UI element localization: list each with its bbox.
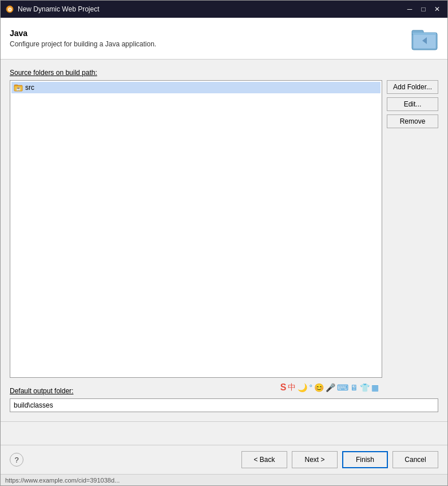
status-text: https://www.example.com/cid=391038d... xyxy=(5,477,120,484)
status-bar: https://www.example.com/cid=391038d... xyxy=(1,474,447,485)
maximize-button[interactable]: □ xyxy=(418,3,429,15)
content-area: Source folders on build path: ☕ xyxy=(1,60,447,421)
window-title: New Dynamic Web Project xyxy=(18,5,404,13)
window-controls: ─ □ ✕ xyxy=(404,3,443,15)
java-folder-icon xyxy=(411,25,438,52)
footer-spacer xyxy=(1,422,447,445)
svg-text:☕: ☕ xyxy=(16,86,21,91)
svg-text:⚙: ⚙ xyxy=(7,7,12,13)
finish-button[interactable]: Finish xyxy=(342,451,388,468)
footer-help: ? xyxy=(10,453,23,467)
footer-buttons: < Back Next > Finish Cancel xyxy=(241,451,438,468)
src-folder-item[interactable]: ☕ src xyxy=(11,82,380,93)
cancel-button[interactable]: Cancel xyxy=(393,451,438,468)
header-text: Java Configure project for building a Ja… xyxy=(10,29,404,48)
title-bar: ⚙ New Dynamic Web Project ─ □ ✕ xyxy=(1,1,447,18)
src-folder-label: src xyxy=(25,84,34,92)
main-window: ⚙ New Dynamic Web Project ─ □ ✕ Java Con… xyxy=(0,0,448,486)
edit-button[interactable]: Edit... xyxy=(387,97,438,111)
source-folders-list[interactable]: ☕ src xyxy=(10,80,382,378)
output-folder-input[interactable] xyxy=(10,398,438,412)
remove-button[interactable]: Remove xyxy=(387,114,438,128)
next-button[interactable]: Next > xyxy=(292,451,338,468)
src-folder-icon: ☕ xyxy=(14,83,23,92)
build-path-buttons: Add Folder... Edit... Remove xyxy=(387,80,438,378)
build-path-container: ☕ src Add Folder... Edit... Remove xyxy=(10,80,438,378)
minimize-button[interactable]: ─ xyxy=(404,3,415,15)
help-button[interactable]: ? xyxy=(10,453,23,467)
footer: ? < Back Next > Finish Cancel xyxy=(1,445,447,474)
close-button[interactable]: ✕ xyxy=(431,3,443,15)
header-title: Java xyxy=(10,29,404,38)
output-section: Default output folder: xyxy=(10,387,438,412)
back-button[interactable]: < Back xyxy=(241,451,287,468)
window-icon: ⚙ xyxy=(5,5,14,14)
svg-rect-5 xyxy=(413,33,436,35)
header-section: Java Configure project for building a Ja… xyxy=(1,18,447,60)
add-folder-button[interactable]: Add Folder... xyxy=(387,80,438,94)
output-folder-label: Default output folder: xyxy=(10,387,438,395)
source-folders-label: Source folders on build path: xyxy=(10,69,438,77)
header-description: Configure project for building a Java ap… xyxy=(10,40,404,48)
